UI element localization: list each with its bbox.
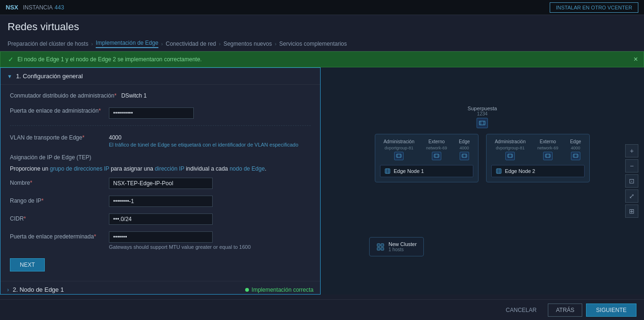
breadcrumb-item-1[interactable]: Preparación del clúster de hosts xyxy=(8,41,88,47)
puerta-predeterminada-input[interactable] xyxy=(109,231,213,243)
node2-edge-icon xyxy=(571,152,580,160)
section2-status: Implementación correcta xyxy=(245,287,314,293)
nodes-row: Administración dvportgroup-81 Externo ne… xyxy=(360,134,605,182)
puerta-predeterminada-label: Puerta de enlace predeterminada* xyxy=(10,231,104,240)
node2-admin-network: Administración dvportgroup-81 xyxy=(495,139,526,160)
edge-node-1-label: Edge Node 1 xyxy=(380,165,473,177)
svg-rect-29 xyxy=(377,247,380,250)
conmutador-label: Conmutador distribuido de administración… xyxy=(10,90,116,99)
info-text: Proporcione un grupo de direcciones IP p… xyxy=(10,165,311,172)
cidr-input[interactable] xyxy=(109,213,213,225)
rango-ip-row: Rango de IP* xyxy=(10,196,311,207)
breadcrumb-item-4[interactable]: Segmentos nuevos xyxy=(223,41,272,47)
instancia-value: 443 xyxy=(55,4,64,11)
fit-icon: ⊡ xyxy=(629,177,635,185)
nombre-input[interactable] xyxy=(109,178,213,189)
expand-button[interactable]: ⤢ xyxy=(625,189,638,203)
section2-status-label: Implementación correcta xyxy=(252,287,314,293)
nombre-row: Nombre* xyxy=(10,178,311,189)
vlan-value: 4000 xyxy=(109,132,298,141)
conmutador-row: Conmutador distribuido de administración… xyxy=(10,90,311,99)
siguiente-button[interactable]: SIGUIENTE xyxy=(586,304,636,317)
cidr-label: CIDR* xyxy=(10,213,104,222)
breadcrumb-sep-3: › xyxy=(219,41,221,47)
install-vcenter-button[interactable]: INSTALAR EN OTRO VCENTER xyxy=(550,2,638,13)
instancia-label: INSTANCIA xyxy=(23,4,53,11)
section1-body: Conmutador distribuido de administración… xyxy=(0,85,320,281)
fit-view-button[interactable]: ⊡ xyxy=(625,174,638,188)
puerta-predeterminada-row: Puerta de enlace predeterminada* Gateway… xyxy=(10,231,311,250)
breadcrumb-item-2[interactable]: Implementación de Edge xyxy=(96,40,158,48)
atras-button[interactable]: ATRÁS xyxy=(548,304,582,317)
success-message: El nodo de Edge 1 y el nodo de Edge 2 se… xyxy=(17,56,202,63)
zoom-in-button[interactable]: + xyxy=(625,144,638,157)
node2-ext-network: Externo network-69 xyxy=(537,139,559,160)
edge-node-1-title: Edge Node 1 xyxy=(394,168,424,174)
diagram-container: Superpuesta 1234 Administración dvportgr… xyxy=(360,106,605,256)
cluster-name: New Cluster xyxy=(388,241,417,247)
puerta-enlace-row: Puerta de enlace de administración* xyxy=(10,106,311,119)
footer: CANCELAR ATRÁS SIGUIENTE xyxy=(0,299,644,320)
edge-node-2-card: Administración dvportgroup-81 Externo ne… xyxy=(486,134,590,182)
cancelar-button[interactable]: CANCELAR xyxy=(498,304,544,316)
edge-node-2-label: Edge Node 2 xyxy=(491,165,585,177)
next-button[interactable]: NEXT xyxy=(10,258,45,271)
node1-networks: Administración dvportgroup-81 Externo ne… xyxy=(380,139,473,160)
puerta-enlace-label: Puerta de enlace de administración* xyxy=(10,106,104,114)
vlan-row: VLAN de transporte de Edge* 4000 El tráf… xyxy=(10,132,311,148)
breadcrumb-sep-1: › xyxy=(91,41,93,47)
divider-1 xyxy=(10,125,311,126)
node1-edge-icon xyxy=(460,152,469,160)
node2-networks: Administración dvportgroup-81 Externo ne… xyxy=(491,139,585,160)
nsx-label: NSX xyxy=(6,4,18,11)
right-panel: Superpuesta 1234 Administración dvportgr… xyxy=(321,67,644,295)
node1-admin-icon xyxy=(394,152,404,160)
layout-button[interactable]: ⊞ xyxy=(625,205,638,218)
cluster-box: New Cluster 1 hosts xyxy=(369,237,424,256)
cluster-hosts: 1 hosts xyxy=(388,247,417,252)
node1-ext-icon xyxy=(432,152,441,160)
node2-ext-icon xyxy=(543,152,553,160)
section2-status-dot xyxy=(245,288,249,292)
section2-header[interactable]: › 2. Nodo de Edge 1 Implementación corre… xyxy=(0,281,320,295)
puerta-enlace-input[interactable] xyxy=(109,107,194,119)
breadcrumb-item-3[interactable]: Conectividad de red xyxy=(166,41,216,47)
section2: › 2. Nodo de Edge 1 Implementación corre… xyxy=(0,281,320,295)
svg-rect-27 xyxy=(377,244,380,246)
zoom-out-button[interactable]: − xyxy=(625,159,638,172)
svg-rect-18 xyxy=(545,154,550,157)
cluster-icon xyxy=(376,243,385,251)
nombre-label: Nombre* xyxy=(10,178,104,186)
banner-close-button[interactable]: × xyxy=(634,55,638,64)
left-panel: ▼ 1. Configuración general Conmutador di… xyxy=(0,67,321,295)
cluster-info: New Cluster 1 hosts xyxy=(388,241,417,252)
page-title-bar: Redes virtuales xyxy=(0,15,644,37)
section1-header[interactable]: ▼ 1. Configuración general xyxy=(0,68,320,85)
page-title: Redes virtuales xyxy=(8,21,636,33)
zoom-out-icon: − xyxy=(630,162,634,170)
success-check-icon: ✓ xyxy=(8,56,14,63)
puerta-enlace-value xyxy=(109,106,194,119)
svg-rect-28 xyxy=(381,244,384,246)
node2-admin-icon xyxy=(505,152,515,160)
svg-rect-15 xyxy=(508,154,512,157)
node1-admin-network: Administración dvportgroup-81 xyxy=(383,139,414,160)
section1-title: 1. Configuración general xyxy=(16,73,83,80)
cidr-row: CIDR* xyxy=(10,213,311,225)
expand-icon: ⤢ xyxy=(629,192,635,200)
superpuesta-icon xyxy=(477,118,488,128)
success-banner: ✓ El nodo de Edge 1 y el nodo de Edge 2 … xyxy=(0,51,644,67)
edge-node-2-title: Edge Node 2 xyxy=(505,168,535,174)
gateway-helper: Gateways should support MTU value greate… xyxy=(109,244,251,250)
breadcrumb-sep-2: › xyxy=(161,41,163,47)
zoom-in-icon: + xyxy=(630,147,634,155)
node1-ext-network: Externo network-69 xyxy=(426,139,447,160)
edge-node-1-card: Administración dvportgroup-81 Externo ne… xyxy=(375,134,479,182)
rango-ip-input[interactable] xyxy=(109,196,213,207)
svg-rect-24 xyxy=(496,169,501,173)
vlan-label: VLAN de transporte de Edge* xyxy=(10,132,104,141)
breadcrumb-item-5[interactable]: Servicios complementarios xyxy=(279,41,347,47)
superpuesta-label: Superpuesta 1234 xyxy=(468,106,497,130)
section1-chevron-icon: ▼ xyxy=(7,74,12,79)
section2-title: 2. Nodo de Edge 1 xyxy=(13,286,245,293)
